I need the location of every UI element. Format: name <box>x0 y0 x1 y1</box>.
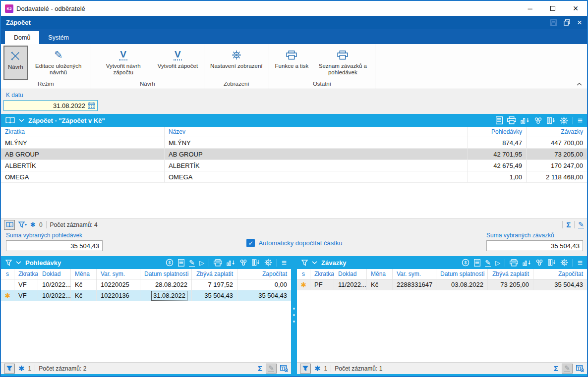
form-icon[interactable] <box>496 116 503 124</box>
chevron-down-icon[interactable] <box>16 261 21 264</box>
table-row[interactable]: MLÝNY MLÝNY 874,47 447 700,00 <box>1 137 587 149</box>
chart-icon[interactable] <box>523 260 531 266</box>
menu-icon[interactable]: ≡ <box>282 259 287 267</box>
list-item-selected[interactable]: ✱ VF 10/2022... Kč 10220136 31.08.2022 3… <box>1 290 291 301</box>
sum-icon[interactable]: Σ <box>258 365 262 372</box>
navrh-button[interactable]: Návrh <box>3 46 28 80</box>
currency-icon[interactable]: $ <box>462 259 470 267</box>
play-icon[interactable]: ▷ <box>199 259 204 267</box>
chevron-down-icon[interactable] <box>19 119 24 122</box>
col-zkratka[interactable]: Zkratka <box>1 127 165 137</box>
col-zbyva[interactable]: Zbývá zaplatit <box>488 269 533 279</box>
col-zbyva[interactable]: Zbývá zaplatit <box>192 269 237 279</box>
close-button[interactable]: × <box>564 1 587 16</box>
editace-button[interactable]: ✎ Editace uložených návrhů <box>29 46 88 80</box>
columns-icon[interactable] <box>252 259 260 266</box>
col-doklad[interactable]: Doklad <box>334 269 367 279</box>
print-icon[interactable] <box>507 116 516 124</box>
cell-zkratka: MLÝNY <box>1 137 165 148</box>
calendar-icon[interactable] <box>88 102 95 109</box>
vytvorit-zapocet-button[interactable]: V Vytvořit zápočet <box>154 46 201 80</box>
add-view-icon[interactable] <box>280 365 288 372</box>
filter-icon[interactable] <box>301 260 308 266</box>
save-icon[interactable] <box>550 19 557 26</box>
col-zapocitat[interactable]: Započítat <box>237 269 291 279</box>
col-doklad[interactable]: Doklad <box>38 269 71 279</box>
filter-icon[interactable] <box>5 260 12 266</box>
cell-selected-flag: ✱ <box>1 290 14 301</box>
currency-icon[interactable]: $ <box>166 259 174 267</box>
col-nazev[interactable]: Název <box>165 127 468 137</box>
sum-icon[interactable]: Σ <box>566 221 571 228</box>
filter-active-icon[interactable] <box>300 364 311 374</box>
print-icon[interactable] <box>214 259 222 267</box>
cluster-icon[interactable] <box>534 117 542 124</box>
col-mena[interactable]: Měna <box>71 269 97 279</box>
col-datum[interactable]: Datum splatnosti <box>436 269 488 279</box>
tab-domu[interactable]: Domů <box>5 31 39 44</box>
maximize-button[interactable] <box>541 1 564 16</box>
columns-icon[interactable] <box>548 259 556 266</box>
col-datum[interactable]: Datum splatnosti <box>140 269 192 279</box>
menu-icon[interactable]: ≡ <box>578 259 583 267</box>
edit-icon[interactable]: ✎ <box>578 221 584 228</box>
col-mena[interactable]: Měna <box>367 269 393 279</box>
cluster-icon[interactable] <box>239 259 247 266</box>
table-row[interactable]: ALBERTÍK ALBERTÍK 42 675,49 170 247,00 <box>1 160 587 171</box>
funkce-tisk-button[interactable]: Funkce a tisk <box>272 46 312 80</box>
col-zkratka[interactable]: Zkratka <box>14 269 38 279</box>
menu-icon[interactable]: ≡ <box>578 116 583 125</box>
sum-icon[interactable]: Σ <box>554 365 558 372</box>
tab-system[interactable]: Systém <box>39 31 78 44</box>
col-varsym[interactable]: Var. sym. <box>97 269 140 279</box>
form-icon[interactable] <box>474 259 480 267</box>
vytvorit-navrh-button[interactable]: V Vytvořit návrh zápočtu <box>94 46 153 80</box>
form-icon[interactable] <box>178 259 184 267</box>
col-zavazky[interactable]: Závazky <box>527 127 587 137</box>
cell-mena: Kč <box>71 279 97 290</box>
star-filter-icon[interactable]: ✱ <box>30 221 36 228</box>
restore-icon[interactable] <box>564 19 570 26</box>
book-view-icon[interactable] <box>4 220 15 230</box>
table-row[interactable]: OMEGA OMEGA 1,00 2 118 468,00 <box>1 171 587 183</box>
edit-icon[interactable]: ✎ <box>189 259 195 267</box>
book-icon[interactable] <box>5 117 15 124</box>
table-row-selected[interactable]: AB GROUP AB GROUP 42 701,95 73 205,00 <box>1 149 587 160</box>
star-filter-icon[interactable]: ✱ <box>18 364 25 373</box>
edit-icon[interactable]: ✎ <box>485 259 491 267</box>
chart-icon[interactable] <box>227 260 235 266</box>
settings-gear-icon[interactable] <box>560 259 568 267</box>
col-s[interactable]: s <box>1 269 14 279</box>
filter-active-icon[interactable] <box>4 364 15 374</box>
columns-icon[interactable] <box>547 117 555 124</box>
group-label-navrh: Návrh <box>91 80 204 89</box>
seznam-button[interactable]: Seznam závazků a pohledávek <box>313 46 372 80</box>
settings-gear-icon[interactable] <box>264 259 272 267</box>
print-icon[interactable] <box>510 259 518 267</box>
sum-receivables-input[interactable]: 35 504,43 <box>6 240 103 251</box>
minimize-button[interactable]: ─ <box>519 1 541 16</box>
nastaveni-button[interactable]: Nastavení zobrazení <box>207 46 266 80</box>
col-s[interactable]: s <box>297 269 310 279</box>
auto-amount-checkbox[interactable]: ✓ <box>246 239 255 247</box>
add-view-icon[interactable] <box>576 365 584 372</box>
k-datu-input[interactable]: 31.08.2022 <box>3 100 98 111</box>
panel-splitter[interactable] <box>291 256 297 374</box>
list-item[interactable]: VF 10/2022... Kč 10220025 28.08.2022 7 1… <box>1 279 291 290</box>
chart-icon[interactable] <box>521 117 529 124</box>
col-zkratka[interactable]: Zkratka <box>310 269 334 279</box>
sum-payables-input[interactable]: 35 504,43 <box>486 240 583 251</box>
star-filter-icon[interactable]: ✱ <box>314 364 321 373</box>
col-pohledavky[interactable]: Pohledávky <box>468 127 527 137</box>
ribbon-collapse-chevron-icon[interactable] <box>577 83 582 86</box>
play-icon[interactable]: ▷ <box>495 259 500 267</box>
printer-icon <box>286 47 297 63</box>
panel-close-icon[interactable]: × <box>577 18 582 27</box>
col-varsym[interactable]: Var. sym. <box>393 269 436 279</box>
cluster-icon[interactable] <box>535 259 543 266</box>
settings-gear-icon[interactable] <box>560 116 568 125</box>
filter-icon[interactable]: ▾ <box>18 221 27 228</box>
list-item-selected[interactable]: ✱ PF 11/2022... Kč 2288331647 03.08.2022… <box>297 279 587 290</box>
col-zapocitat[interactable]: Započítat <box>533 269 587 279</box>
chevron-down-icon[interactable] <box>312 261 317 264</box>
